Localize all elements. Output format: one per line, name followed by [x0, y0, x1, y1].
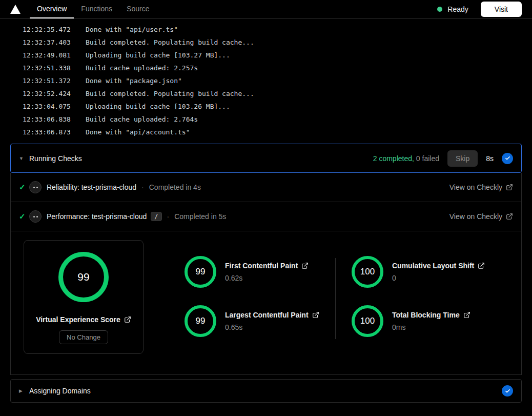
log-line: 12:33:04.075Uploading build cache [103.2… [23, 100, 522, 113]
log-line: 12:32:35.472Done with "api/user.ts" [23, 23, 522, 36]
assigning-domains-section-header[interactable]: ▶ Assigning Domains [10, 379, 522, 403]
ves-score: 99 [77, 271, 89, 283]
external-link-icon [124, 316, 131, 323]
log-timestamp: 12:32:37.403 [23, 36, 86, 49]
ves-label-link[interactable]: Virtual Experience Score [36, 315, 131, 324]
nav-tabs: Overview Functions Source [30, 0, 156, 18]
metric-value: 0.65s [225, 323, 319, 331]
running-checks-section-header[interactable]: ▼ Running Checks 2 completed, 0 failed S… [10, 144, 522, 173]
view-on-checkly-link[interactable]: View on Checkly [449, 212, 513, 221]
dot-separator: · [167, 212, 170, 221]
check-success-icon: ✓ [19, 212, 29, 221]
external-link-icon [301, 262, 309, 269]
check-name: Performance: test-prisma-cloud [47, 212, 147, 221]
log-line: 12:33:06.838Build cache uploaded: 2.764s [23, 113, 522, 126]
check-icon [505, 388, 510, 394]
external-link-icon [463, 311, 470, 319]
external-link-icon [312, 311, 319, 319]
ready-status-dot-icon [437, 7, 442, 12]
log-timestamp: 12:32:51.338 [23, 62, 86, 74]
metrics-column-left: 99 First Contentful Paint 0.62s 99 Large… [185, 240, 324, 354]
check-icon [505, 155, 510, 161]
log-line: 12:32:51.338Build cache uploaded: 2.257s [23, 62, 522, 74]
log-line: 12:32:52.424Build completed. Populating … [23, 87, 522, 100]
log-timestamp: 12:32:49.081 [23, 49, 86, 62]
checkly-logo-icon [29, 181, 42, 193]
metric-value: 0.62s [225, 274, 309, 282]
metric-total-blocking-time: 100 Total Blocking Time 0ms [352, 305, 491, 337]
log-message: Uploading build cache [103.27 MB]... [86, 49, 230, 62]
running-checks-body: ✓ Reliability: test-prisma-cloud · Compl… [10, 173, 522, 375]
metric-score: 99 [196, 316, 206, 326]
log-message: Done with "api/account.ts" [86, 126, 190, 138]
log-message: Done with "package.json" [86, 74, 182, 87]
top-navigation-bar: Overview Functions Source Ready Visit [0, 0, 532, 19]
running-checks-summary: 2 completed, 0 failed Skip 8s [373, 150, 513, 167]
metric-score-gauge: 100 [352, 305, 383, 337]
chevron-down-icon[interactable]: ▼ [19, 156, 25, 161]
log-timestamp: 12:32:35.472 [23, 23, 86, 36]
log-timestamp: 12:32:51.372 [23, 74, 86, 87]
log-line: 12:32:49.081Uploading build cache [103.2… [23, 49, 522, 62]
external-link-icon [506, 213, 513, 220]
log-line: 12:32:51.372Done with "package.json" [23, 74, 522, 87]
header-right: Ready Visit [437, 0, 522, 18]
metrics-divider [335, 258, 336, 339]
log-message: Build cache uploaded: 2.764s [86, 113, 198, 126]
checks-done-badge [502, 153, 513, 164]
checks-failed-count: 0 failed [416, 154, 439, 163]
check-row-performance: ✓ Performance: test-prisma-cloud / · Com… [11, 202, 521, 231]
metric-score-gauge: 99 [185, 305, 216, 337]
external-link-icon [478, 262, 485, 269]
path-badge: / [151, 212, 161, 221]
tab-functions[interactable]: Functions [74, 0, 119, 18]
log-message: Done with "api/user.ts" [86, 23, 178, 36]
tab-source[interactable]: Source [119, 0, 156, 18]
metric-cumulative-layout-shift: 100 Cumulative Layout Shift 0 [352, 256, 491, 288]
build-log: 12:32:35.472Done with "api/user.ts" 12:3… [0, 19, 532, 138]
log-line: 12:32:37.403Build completed. Populating … [23, 36, 522, 49]
metric-label: Total Blocking Time [392, 311, 460, 319]
metrics-column-right: 100 Cumulative Layout Shift 0 100 Total … [352, 240, 491, 354]
checks-counts: 2 completed, 0 failed [373, 154, 439, 163]
log-timestamp: 12:32:52.424 [23, 87, 86, 100]
deployment-status: Ready [447, 5, 468, 13]
external-link-icon [506, 184, 513, 191]
metric-score-gauge: 99 [185, 256, 216, 288]
log-line: 12:33:06.873Done with "api/account.ts" [23, 126, 522, 138]
log-timestamp: 12:33:06.838 [23, 113, 86, 126]
domains-done-badge [502, 385, 513, 397]
view-on-checkly-label: View on Checkly [449, 183, 502, 191]
metric-label-link[interactable]: Total Blocking Time [392, 311, 470, 319]
no-change-button[interactable]: No Change [59, 330, 108, 344]
metric-first-contentful-paint: 99 First Contentful Paint 0.62s [185, 256, 324, 288]
log-message: Build cache uploaded: 2.257s [86, 62, 198, 74]
checks-duration: 8s [486, 154, 494, 163]
check-status: Completed in 5s [174, 212, 226, 221]
vercel-logo-icon[interactable] [10, 0, 21, 18]
metric-score: 100 [360, 316, 375, 326]
chevron-right-icon[interactable]: ▶ [19, 388, 25, 393]
check-success-icon: ✓ [19, 183, 29, 192]
log-timestamp: 12:33:04.075 [23, 100, 86, 113]
virtual-experience-score-card: 99 Virtual Experience Score No Change [24, 240, 144, 354]
view-on-checkly-label: View on Checkly [449, 212, 502, 221]
check-status: Completed in 4s [149, 183, 201, 191]
metric-label-link[interactable]: Largest Contentful Paint [225, 311, 319, 319]
view-on-checkly-link[interactable]: View on Checkly [449, 183, 513, 191]
assigning-domains-title: Assigning Domains [29, 387, 91, 395]
tab-overview[interactable]: Overview [30, 0, 74, 18]
visit-button[interactable]: Visit [481, 2, 522, 17]
metric-label-link[interactable]: Cumulative Layout Shift [392, 262, 485, 270]
metric-label-link[interactable]: First Contentful Paint [225, 262, 309, 270]
metric-value: 0 [392, 274, 485, 282]
log-timestamp: 12:33:06.873 [23, 126, 86, 138]
metric-score: 99 [196, 267, 206, 277]
skip-button[interactable]: Skip [447, 150, 478, 167]
metric-label: First Contentful Paint [225, 262, 298, 270]
performance-metrics-panel: 99 Virtual Experience Score No Change 99… [11, 231, 521, 374]
log-message: Uploading build cache [103.26 MB]... [86, 100, 230, 113]
metric-value: 0ms [392, 323, 470, 331]
check-row-reliability: ✓ Reliability: test-prisma-cloud · Compl… [11, 173, 521, 202]
dot-separator: · [141, 183, 144, 191]
